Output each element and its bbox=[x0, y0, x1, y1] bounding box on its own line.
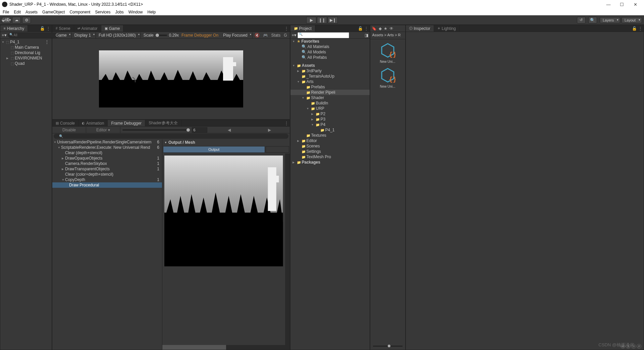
panel-menu-icon[interactable]: ⋮ bbox=[364, 26, 368, 31]
filter-favorite-icon[interactable]: ★ bbox=[384, 26, 387, 31]
menu-jobs[interactable]: Jobs bbox=[115, 10, 123, 14]
panel-menu-icon[interactable]: ⋮ bbox=[638, 26, 642, 31]
tab-project[interactable]: 📁Project bbox=[290, 25, 315, 32]
favorites-header[interactable]: ▼★Favorites bbox=[290, 39, 370, 44]
asset-size-slider[interactable] bbox=[370, 344, 405, 350]
menu-help[interactable]: Help bbox=[148, 10, 156, 14]
tab-shader-ref[interactable]: Shader参考大全 bbox=[145, 120, 181, 126]
project-tree-item[interactable]: ▶📁P2 bbox=[290, 111, 370, 117]
asset-breadcrumb[interactable]: Assets > Arts > R bbox=[370, 32, 405, 39]
tab-game[interactable]: ▣Game bbox=[101, 25, 124, 32]
menu-file[interactable]: File bbox=[3, 10, 9, 14]
hidden-packages-icon[interactable]: 👁 bbox=[389, 26, 393, 31]
mesh-tab-button[interactable] bbox=[266, 146, 289, 153]
tab-console[interactable]: ▤Console bbox=[52, 120, 78, 126]
gizmos-dropdown[interactable]: G bbox=[282, 33, 288, 38]
menu-edit[interactable]: Edit bbox=[14, 10, 21, 14]
tab-animator[interactable]: ⇄Animator bbox=[74, 25, 101, 32]
frame-next-button[interactable]: ▶ bbox=[250, 128, 290, 132]
frame-event-item[interactable]: ▶DrawTransparentObjects1 bbox=[52, 166, 162, 172]
project-tree-item[interactable]: 📁_TerrainAutoUp bbox=[290, 74, 370, 79]
menu-assets[interactable]: Assets bbox=[25, 10, 38, 14]
fav-all-materials[interactable]: 🔍All Materials bbox=[290, 44, 370, 49]
tab-hierarchy[interactable]: ≡Hierarchy bbox=[0, 25, 28, 32]
frame-event-item[interactable]: Clear (color+depth+stencil) bbox=[52, 172, 162, 177]
tree-item-environment[interactable]: ▶⬚ENVIRONMEN bbox=[0, 55, 52, 61]
play-button[interactable]: ▶ bbox=[306, 17, 316, 24]
maximize-button[interactable]: ☐ bbox=[615, 2, 629, 7]
tab-frame-debugger[interactable]: Frame Debugger bbox=[108, 120, 145, 126]
fav-all-prefabs[interactable]: 🔍All Prefabs bbox=[290, 55, 370, 60]
project-tree-item[interactable]: 📁BuildIn bbox=[290, 100, 370, 106]
frame-event-item[interactable]: Camera.RenderSkybox1 bbox=[52, 161, 162, 166]
output-hscrollbar[interactable] bbox=[162, 345, 290, 350]
asset-item[interactable]: {} New Uni... bbox=[378, 67, 398, 88]
project-tree-item[interactable]: ▼📁Shader bbox=[290, 95, 370, 100]
search-button[interactable]: 🔍 bbox=[588, 17, 597, 24]
game-mode-dropdown[interactable]: Game bbox=[54, 32, 72, 38]
frame-slider[interactable] bbox=[122, 129, 190, 131]
project-tree-item[interactable]: 📁P4_1 bbox=[290, 127, 370, 133]
audio-icon[interactable]: 🎮 bbox=[262, 33, 269, 38]
menu-gameobject[interactable]: GameObject bbox=[42, 10, 65, 14]
project-tree-item[interactable]: ▶📁Packages bbox=[290, 160, 370, 165]
tree-item-scene[interactable]: ▼⬚P4_1⋮ bbox=[0, 39, 52, 45]
output-header[interactable]: ▼Output / Mesh bbox=[162, 139, 290, 145]
panel-lock-icon[interactable]: 🔓 bbox=[40, 26, 45, 31]
panel-menu-icon[interactable]: ⋮ bbox=[46, 26, 50, 31]
tab-scene[interactable]: #Scene bbox=[52, 25, 74, 32]
project-tree-item[interactable]: ▼📁P4 bbox=[290, 122, 370, 127]
output-vscrollbar[interactable] bbox=[285, 154, 290, 345]
project-tree-item[interactable]: ▼📁Assets bbox=[290, 63, 370, 68]
menu-services[interactable]: Services bbox=[95, 10, 110, 14]
project-tree-item[interactable]: ▶📁3rdParty bbox=[290, 68, 370, 74]
output-tab-button[interactable]: Output bbox=[163, 146, 265, 153]
step-button[interactable]: ▶❙ bbox=[328, 17, 338, 24]
fav-all-models[interactable]: 🔍All Models bbox=[290, 49, 370, 55]
stats-button[interactable]: Stats bbox=[270, 33, 282, 38]
settings-button[interactable]: ⚙ bbox=[22, 17, 31, 24]
project-tree-item[interactable]: ▼📁URP bbox=[290, 106, 370, 111]
panel-lock-icon[interactable]: 🔓 bbox=[632, 26, 637, 31]
project-tree-item[interactable]: 📁Textures bbox=[290, 133, 370, 138]
project-tree-item[interactable]: 📁Scenes bbox=[290, 143, 370, 149]
asset-item[interactable]: {} New Uni... bbox=[378, 42, 398, 63]
panel-lock-icon[interactable]: 🔓 bbox=[358, 26, 363, 31]
project-tree-item[interactable]: 📁Settings bbox=[290, 149, 370, 154]
menu-component[interactable]: Component bbox=[69, 10, 90, 14]
tree-item-light[interactable]: ⬚Directional Lig bbox=[0, 50, 52, 55]
project-tree-item[interactable]: 📁TextMesh Pro bbox=[290, 154, 370, 160]
frame-event-item[interactable]: ▼ScriptableRenderer.Execute: New Univers… bbox=[52, 145, 162, 150]
filter-type-icon[interactable]: ◆ bbox=[379, 26, 382, 31]
resolution-dropdown[interactable]: Full HD (1920x1080) bbox=[97, 32, 141, 38]
scene-menu-icon[interactable]: ⋮ bbox=[45, 40, 50, 44]
cloud-button[interactable]: ☁ bbox=[12, 17, 21, 24]
frame-event-item[interactable]: ▶DrawOpaqueObjects1 bbox=[52, 156, 162, 161]
undo-history-button[interactable]: ↺ bbox=[577, 17, 586, 24]
panel-menu-icon[interactable]: ⋮ bbox=[284, 121, 288, 126]
tab-animation[interactable]: ◐Animation bbox=[78, 120, 108, 126]
display-dropdown[interactable]: Display 1 bbox=[72, 32, 96, 38]
frame-event-item[interactable]: Clear (depth+stencil) bbox=[52, 150, 162, 156]
tab-lighting[interactable]: ☀Lighting bbox=[434, 25, 460, 32]
search-by-type-icon[interactable]: ◨ bbox=[365, 33, 368, 38]
project-tree-item[interactable]: ▶📁P3 bbox=[290, 117, 370, 122]
frame-event-item[interactable]: Draw Procedural bbox=[52, 182, 162, 188]
project-tree-item[interactable]: ▶📁Editor bbox=[290, 138, 370, 143]
pause-button[interactable]: ❙❙ bbox=[317, 17, 327, 24]
frame-event-item[interactable]: ▼UniversalRenderPipeline.RenderSingleCam… bbox=[52, 139, 162, 145]
frame-event-item[interactable]: ▼CopyDepth1 bbox=[52, 177, 162, 182]
create-asset-button[interactable]: +▾ bbox=[292, 33, 297, 38]
mute-audio-icon[interactable]: 🔇 bbox=[253, 33, 261, 38]
close-button[interactable]: ✕ bbox=[629, 2, 642, 7]
tree-item-camera[interactable]: ⬚Main Camera bbox=[0, 45, 52, 50]
scale-slider[interactable] bbox=[156, 35, 167, 36]
account-button[interactable]: ◒ 橘 ▾ bbox=[2, 17, 11, 24]
tree-item-quad[interactable]: ⬚Quad bbox=[0, 61, 52, 66]
project-tree-item[interactable]: ▼📁Arts bbox=[290, 79, 370, 84]
disable-button[interactable]: Disable bbox=[52, 127, 86, 133]
menu-window[interactable]: Window bbox=[128, 10, 143, 14]
hierarchy-search-input[interactable] bbox=[8, 33, 59, 38]
add-object-button[interactable]: +▾ bbox=[2, 33, 7, 38]
project-tree-item[interactable]: 📁Render Pipeli bbox=[290, 90, 370, 95]
